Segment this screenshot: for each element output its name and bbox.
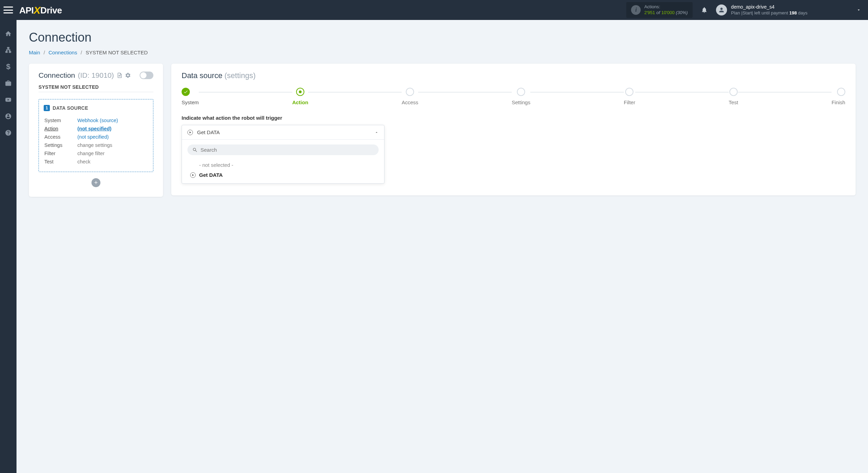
- row-action-value[interactable]: (not specified): [77, 126, 111, 131]
- add-destination-button[interactable]: +: [91, 178, 100, 187]
- action-dropdown: Get DATA - not selected - Get DATA: [182, 125, 384, 184]
- hamburger-menu[interactable]: [3, 7, 13, 13]
- bell-icon[interactable]: [701, 7, 708, 13]
- actions-of: of: [656, 10, 660, 15]
- row-test-value[interactable]: check: [77, 159, 90, 164]
- actions-total: 10'000: [661, 10, 675, 15]
- connection-subtitle: SYSTEM NOT SELECTED: [39, 84, 153, 92]
- breadcrumb-main[interactable]: Main: [29, 50, 40, 55]
- user-name: demo_apix-drive_s4: [731, 4, 807, 10]
- svg-rect-0: [8, 47, 9, 49]
- actions-pct: (30%): [676, 10, 688, 15]
- connection-id: (ID: 19010): [78, 71, 114, 79]
- actions-used: 2'951: [644, 10, 655, 15]
- breadcrumb: Main / Connections / SYSTEM NOT SELECTED: [29, 50, 856, 55]
- connection-card: Connection (ID: 19010) SYSTEM NOT SELECT…: [29, 64, 163, 197]
- chevron-down-icon: [856, 8, 861, 12]
- breadcrumb-connections[interactable]: Connections: [48, 50, 77, 55]
- actions-counter[interactable]: i Actions: 2'951 of 10'000 (30%): [626, 2, 692, 18]
- search-input[interactable]: [200, 147, 374, 153]
- step-test[interactable]: Test: [729, 88, 738, 105]
- avatar-icon: [716, 4, 727, 15]
- row-test-key: Test: [44, 158, 77, 165]
- briefcase-icon[interactable]: [5, 80, 12, 87]
- plan-info: Plan |Start| left until payment 198 days: [731, 10, 807, 16]
- topbar: APIXDrive i Actions: 2'951 of 10'000 (30…: [0, 0, 868, 20]
- sitemap-icon[interactable]: [5, 47, 12, 54]
- row-filter-value[interactable]: change filter: [77, 151, 105, 156]
- step-access[interactable]: Access: [402, 88, 418, 105]
- info-icon: i: [631, 5, 641, 15]
- page-title: Connection: [29, 30, 856, 45]
- connection-toggle[interactable]: [140, 72, 153, 79]
- row-system-key: System: [44, 117, 77, 124]
- logo[interactable]: APIXDrive: [19, 4, 62, 16]
- document-icon[interactable]: [117, 72, 123, 78]
- data-source-heading: Data source (settings): [182, 71, 845, 80]
- gear-icon[interactable]: [125, 72, 131, 78]
- play-icon: [187, 130, 193, 135]
- step-number-badge: 1: [44, 105, 50, 111]
- data-source-label: DATA SOURCE: [53, 105, 88, 111]
- row-action-key: Action: [44, 125, 77, 132]
- action-section-label: Indicate what action the robot will trig…: [182, 115, 845, 121]
- dollar-icon[interactable]: $: [5, 63, 12, 70]
- svg-rect-2: [9, 51, 11, 52]
- step-action[interactable]: Action: [292, 88, 308, 105]
- chevron-up-icon: [375, 130, 379, 135]
- step-filter[interactable]: Filter: [624, 88, 635, 105]
- row-filter-key: Filter: [44, 150, 77, 157]
- search-icon: [192, 147, 198, 153]
- help-icon[interactable]: [5, 129, 12, 136]
- breadcrumb-current: SYSTEM NOT SELECTED: [86, 50, 148, 55]
- step-system[interactable]: System: [182, 88, 199, 105]
- row-settings-value[interactable]: change settings: [77, 142, 112, 148]
- step-settings[interactable]: Settings: [512, 88, 530, 105]
- dropdown-search: [187, 144, 379, 155]
- dropdown-value: Get DATA: [197, 129, 370, 135]
- home-icon[interactable]: [5, 30, 12, 37]
- dropdown-toggle[interactable]: Get DATA: [182, 125, 384, 140]
- user-icon[interactable]: [5, 113, 12, 120]
- play-icon: [190, 172, 196, 178]
- step-finish[interactable]: Finish: [832, 88, 845, 105]
- youtube-icon[interactable]: [5, 96, 12, 103]
- row-system-value[interactable]: Webhook (source): [77, 118, 118, 123]
- option-not-selected[interactable]: - not selected -: [187, 160, 379, 170]
- stepper: System Action Access Settings Filter Tes…: [182, 88, 845, 105]
- user-menu[interactable]: demo_apix-drive_s4 Plan |Start| left unt…: [716, 4, 861, 16]
- actions-label: Actions:: [644, 4, 687, 10]
- svg-rect-1: [6, 51, 8, 52]
- row-settings-key: Settings: [44, 141, 77, 149]
- row-access-value[interactable]: (not specified): [77, 134, 109, 140]
- sidebar: $: [0, 20, 17, 473]
- data-source-box: 1 DATA SOURCE SystemWebhook (source) Act…: [39, 99, 153, 172]
- row-access-key: Access: [44, 133, 77, 141]
- main-content: Connection Main / Connections / SYSTEM N…: [17, 20, 868, 473]
- connection-title: Connection: [39, 71, 75, 79]
- option-get-data[interactable]: Get DATA: [187, 170, 379, 180]
- data-source-settings-card: Data source (settings) System Action Acc…: [171, 64, 856, 195]
